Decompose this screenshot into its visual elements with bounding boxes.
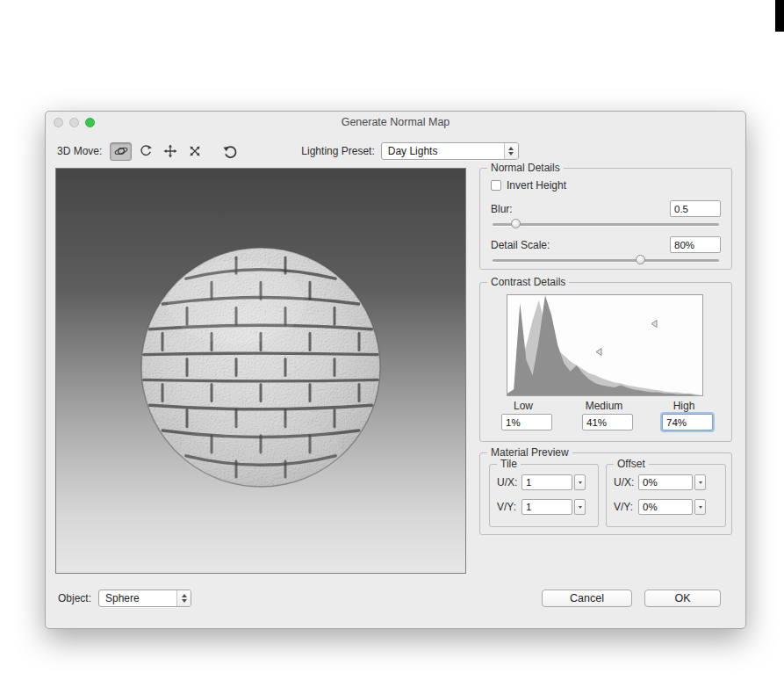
- sphere-preview: [56, 169, 465, 573]
- pan-tool-button[interactable]: [159, 142, 181, 161]
- pan-icon: [163, 144, 177, 158]
- toolbar: 3D Move:: [57, 140, 734, 163]
- normal-details-legend: Normal Details: [487, 162, 564, 174]
- high-contrast-marker[interactable]: [650, 319, 658, 329]
- orbit-tool-button[interactable]: [110, 142, 132, 161]
- tile-vy-dropdown-icon[interactable]: [574, 499, 586, 515]
- object-value: Sphere: [99, 592, 176, 604]
- tile-vy-input[interactable]: [521, 499, 572, 515]
- window-title: Generate Normal Map: [46, 116, 745, 128]
- blur-input[interactable]: [670, 200, 721, 217]
- slide-icon: [188, 144, 202, 158]
- blur-label: Blur:: [491, 203, 513, 215]
- offset-vy-input[interactable]: [638, 499, 693, 515]
- tile-ux-label: U/X:: [497, 476, 521, 488]
- screen-artifact: [775, 0, 784, 32]
- cancel-button[interactable]: Cancel: [542, 590, 632, 607]
- tile-group: Tile U/X: V/Y:: [489, 464, 599, 527]
- offset-vy-label: V/Y:: [614, 501, 638, 513]
- lighting-preset-select[interactable]: Day Lights: [381, 142, 519, 160]
- generate-normal-map-dialog: Generate Normal Map 3D Move:: [45, 111, 746, 629]
- detail-scale-label: Detail Scale:: [491, 239, 550, 251]
- tile-ux-dropdown-icon[interactable]: [574, 474, 586, 490]
- medium-contrast-input[interactable]: [582, 414, 633, 430]
- low-label: Low: [514, 400, 533, 412]
- slide-tool-button[interactable]: [183, 142, 205, 161]
- screen: Generate Normal Map 3D Move:: [0, 0, 784, 680]
- medium-contrast-marker[interactable]: [594, 347, 603, 357]
- roll-icon: [139, 144, 153, 158]
- reset-view-button[interactable]: [219, 141, 241, 161]
- lighting-preset-value: Day Lights: [382, 145, 504, 157]
- object-label: Object:: [58, 592, 91, 604]
- detail-scale-slider-track[interactable]: [493, 259, 719, 262]
- offset-legend: Offset: [614, 458, 649, 470]
- normal-details-group: Normal Details Invert Height Blur: Detai…: [479, 168, 732, 270]
- contrast-details-legend: Contrast Details: [487, 276, 569, 288]
- invert-height-checkbox[interactable]: [491, 180, 501, 191]
- offset-ux-dropdown-icon[interactable]: [694, 474, 706, 490]
- popup-stepper-icon: [176, 590, 191, 606]
- detail-scale-input[interactable]: [670, 236, 721, 253]
- high-contrast-input[interactable]: [662, 414, 713, 430]
- high-label: High: [673, 400, 695, 412]
- move-tool-group: [110, 142, 205, 161]
- tile-legend: Tile: [497, 458, 521, 470]
- detail-scale-slider-thumb[interactable]: [636, 255, 645, 264]
- reset-camera-icon: [222, 144, 238, 159]
- offset-vy-dropdown-icon[interactable]: [694, 499, 706, 515]
- medium-label: Medium: [586, 400, 623, 412]
- ok-button[interactable]: OK: [644, 590, 721, 607]
- titlebar[interactable]: Generate Normal Map: [46, 112, 745, 134]
- offset-group: Offset U/X: V/Y:: [606, 464, 726, 527]
- material-preview-group: Material Preview Tile U/X: V/Y: Offset U…: [479, 452, 732, 535]
- blur-slider-track[interactable]: [493, 223, 719, 226]
- roll-tool-button[interactable]: [134, 142, 156, 161]
- invert-height-label: Invert Height: [507, 179, 566, 192]
- move-tools-label: 3D Move:: [57, 145, 102, 157]
- tile-vy-label: V/Y:: [497, 501, 521, 513]
- preview-canvas[interactable]: [55, 168, 466, 574]
- lighting-preset-label: Lighting Preset:: [301, 145, 374, 157]
- offset-ux-input[interactable]: [638, 474, 693, 490]
- blur-slider-thumb[interactable]: [511, 219, 521, 228]
- blur-slider[interactable]: [493, 220, 719, 229]
- contrast-histogram[interactable]: [507, 294, 703, 396]
- contrast-details-group: Contrast Details Low Medium High: [479, 282, 732, 442]
- offset-ux-label: U/X:: [614, 476, 638, 488]
- detail-scale-slider[interactable]: [493, 256, 719, 265]
- orbit-icon: [114, 144, 128, 158]
- low-contrast-input[interactable]: [501, 414, 552, 430]
- tile-ux-input[interactable]: [521, 474, 572, 490]
- material-preview-legend: Material Preview: [487, 446, 572, 459]
- object-select[interactable]: Sphere: [98, 590, 191, 607]
- popup-stepper-icon: [504, 143, 518, 159]
